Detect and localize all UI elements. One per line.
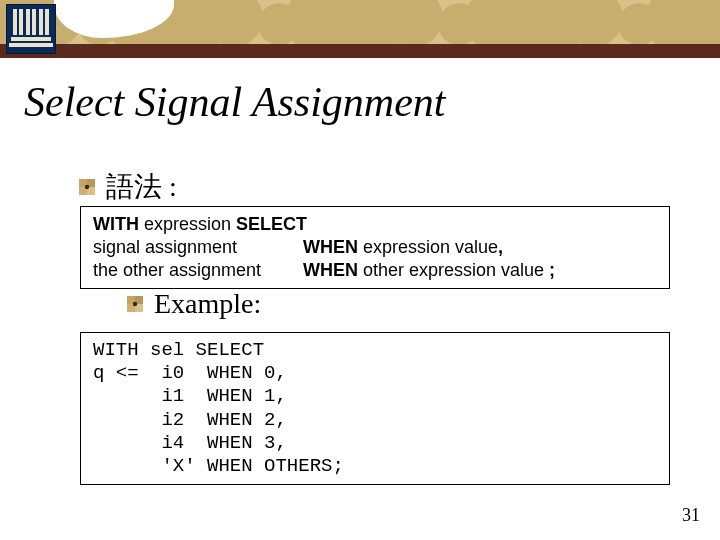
page-number: 31 bbox=[682, 505, 700, 526]
bullet-syntax: 語法 : bbox=[78, 168, 177, 206]
syntax-line-2: signal assignment WHEN expression value, bbox=[93, 236, 659, 259]
slide: Select Signal Assignment 語法 : WITH expre… bbox=[0, 0, 720, 540]
logo-base bbox=[9, 43, 53, 47]
bullet-example-label: Example: bbox=[154, 288, 261, 320]
svg-point-3 bbox=[85, 185, 89, 189]
syntax-box: WITH expression SELECT signal assignment… bbox=[80, 206, 670, 289]
kw-when: WHEN bbox=[303, 237, 358, 257]
kw-select: SELECT bbox=[236, 214, 307, 234]
header-banner bbox=[0, 0, 720, 66]
kw-with: WITH bbox=[93, 214, 139, 234]
svg-point-7 bbox=[133, 302, 137, 306]
logo-base bbox=[11, 37, 51, 41]
bullet-icon bbox=[126, 295, 144, 313]
bullet-icon bbox=[78, 178, 96, 196]
syntax-line-3: the other assignment WHEN other expressi… bbox=[93, 259, 659, 282]
kw-when: WHEN bbox=[303, 260, 358, 280]
slide-title: Select Signal Assignment bbox=[24, 78, 446, 126]
syntax-line-1: WITH expression SELECT bbox=[93, 213, 659, 236]
bullet-example: Example: bbox=[126, 288, 261, 320]
bullet-syntax-label: 語法 : bbox=[106, 168, 177, 206]
logo-pillars bbox=[13, 9, 49, 35]
university-logo bbox=[6, 4, 56, 54]
banner-underline-bar bbox=[0, 44, 720, 58]
example-code-box: WITH sel SELECT q <= i0 WHEN 0, i1 WHEN … bbox=[80, 332, 670, 485]
